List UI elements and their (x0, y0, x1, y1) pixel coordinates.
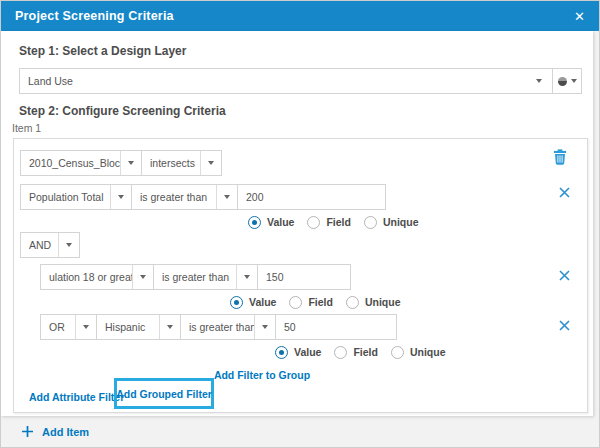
radio-value[interactable] (275, 346, 288, 359)
radio-field[interactable] (307, 216, 320, 229)
design-layer-value: Land Use (20, 69, 526, 93)
conjunction-value: OR (41, 315, 75, 339)
operator-select[interactable]: is greater than (153, 264, 258, 290)
operator-select-value: is greater than (181, 315, 254, 339)
remove-filter-button[interactable] (559, 270, 570, 281)
layer-options-button[interactable] (552, 68, 582, 94)
filter-row-1: Population Total is greater than (20, 184, 386, 210)
operator-select-value: is greater than (132, 185, 216, 209)
chevron-down-icon (120, 151, 141, 175)
value-input[interactable] (257, 264, 351, 290)
operator-select[interactable]: is greater than (131, 184, 238, 210)
chevron-down-icon (216, 185, 237, 209)
radio-value-label[interactable]: Value (267, 216, 294, 228)
field-select[interactable]: Hispanic (96, 314, 181, 340)
plus-icon (21, 425, 34, 438)
add-attribute-filter-link[interactable]: Add Attribute Filter (29, 391, 124, 403)
step2-label: Step 2: Configure Screening Criteria (19, 104, 226, 118)
group-conjunction-value: AND (21, 233, 58, 257)
conjunction-row: AND (20, 232, 80, 258)
add-item-button[interactable]: Add Item (21, 425, 89, 438)
chevron-down-icon (132, 265, 153, 289)
layer-operator-row: 2010_Census_Blocks intersects (20, 150, 222, 176)
remove-filter-button[interactable] (559, 187, 570, 198)
operator-select-value: is greater than (154, 265, 236, 289)
delete-item-button[interactable] (553, 149, 567, 165)
chevron-down-icon (159, 315, 180, 339)
step1-label: Step 1: Select a Design Layer (19, 44, 186, 58)
field-select[interactable]: ulation 18 or greater (40, 264, 154, 290)
radio-field-label[interactable]: Field (326, 216, 351, 228)
radio-field-label[interactable]: Field (353, 346, 378, 358)
chevron-down-icon (571, 79, 577, 83)
design-layer-select[interactable]: Land Use (19, 68, 553, 94)
radio-unique-label[interactable]: Unique (365, 296, 401, 308)
criteria-layer-select[interactable]: 2010_Census_Blocks (20, 150, 142, 176)
close-icon (559, 320, 570, 331)
filter-row-3: OR Hispanic is greater than (40, 314, 397, 340)
radio-unique[interactable] (391, 346, 404, 359)
criteria-layer-value: 2010_Census_Blocks (21, 151, 120, 175)
item-card: 2010_Census_Blocks intersects (13, 138, 588, 413)
chevron-down-icon (236, 265, 257, 289)
chevron-down-icon (75, 315, 96, 339)
spatial-operator-value: intersects (142, 151, 200, 175)
project-screening-criteria-dialog: Project Screening Criteria ✕ Step 1: Sel… (0, 0, 600, 448)
radio-value-label[interactable]: Value (249, 296, 276, 308)
value-type-radio-group: Value Field Unique (230, 295, 414, 309)
add-grouped-filter-callout: Add Grouped Filter (114, 378, 214, 409)
dialog-title: Project Screening Criteria (15, 9, 174, 23)
close-icon[interactable]: ✕ (574, 10, 585, 23)
chevron-down-icon (254, 315, 275, 339)
value-type-radio-group: Value Field Unique (248, 215, 432, 229)
field-select-value: ulation 18 or greater (41, 265, 132, 289)
close-icon (559, 187, 570, 198)
value-input[interactable] (237, 184, 386, 210)
field-select-value: Population Total (21, 185, 110, 209)
layer-icon (558, 77, 567, 86)
radio-unique-label[interactable]: Unique (410, 346, 446, 358)
group-conjunction-select[interactable]: AND (20, 232, 80, 258)
chevron-down-icon (526, 69, 552, 93)
radio-value[interactable] (230, 296, 243, 309)
close-icon (559, 270, 570, 281)
radio-field[interactable] (289, 296, 302, 309)
value-type-radio-group: Value Field Unique (275, 345, 459, 359)
radio-field-label[interactable]: Field (308, 296, 333, 308)
chevron-down-icon (200, 151, 221, 175)
radio-unique[interactable] (346, 296, 359, 309)
radio-value[interactable] (248, 216, 261, 229)
radio-unique-label[interactable]: Unique (383, 216, 419, 228)
trash-icon (553, 149, 567, 165)
radio-value-label[interactable]: Value (294, 346, 321, 358)
operator-select[interactable]: is greater than (180, 314, 276, 340)
chevron-down-icon (58, 233, 79, 257)
add-item-label: Add Item (42, 426, 89, 438)
remove-filter-button[interactable] (559, 320, 570, 331)
filter-row-2: ulation 18 or greater is greater than (40, 264, 351, 290)
radio-field[interactable] (334, 346, 347, 359)
value-input[interactable] (275, 314, 397, 340)
conjunction-select[interactable]: OR (40, 314, 97, 340)
design-layer-row: Land Use (19, 68, 582, 94)
spatial-operator-select[interactable]: intersects (141, 150, 222, 176)
add-grouped-filter-link[interactable]: Add Grouped Filter (116, 388, 212, 400)
item-label: Item 1 (12, 122, 41, 134)
field-select[interactable]: Population Total (20, 184, 132, 210)
field-select-value: Hispanic (97, 315, 159, 339)
dialog-header: Project Screening Criteria ✕ (1, 1, 599, 31)
radio-unique[interactable] (364, 216, 377, 229)
chevron-down-icon (110, 185, 131, 209)
